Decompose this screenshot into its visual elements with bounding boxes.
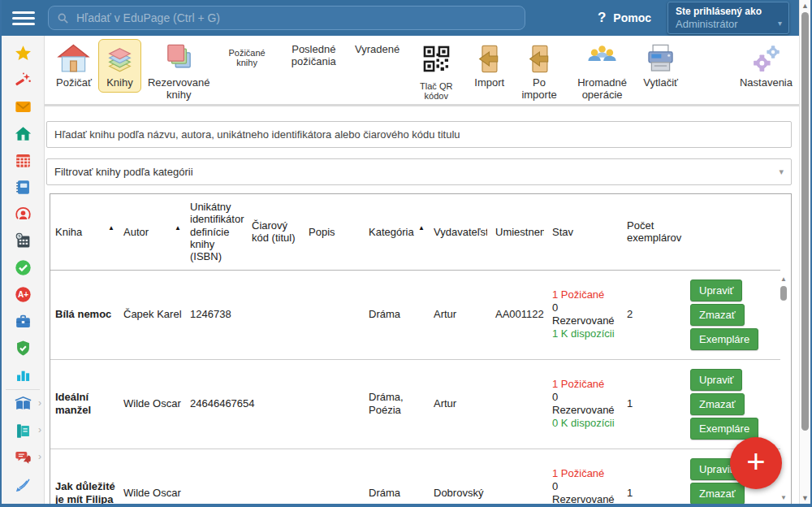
sidebar-item-magic-wand[interactable] [2, 67, 44, 93]
copies-button[interactable]: Exempláre [690, 328, 758, 350]
delete-button[interactable]: Zmazať [690, 393, 745, 415]
toolbar-item-label: Požičané knihy [222, 48, 273, 68]
sidebar-item-pen[interactable] [2, 471, 44, 498]
star-icon [15, 45, 32, 62]
sidebar-item-chart[interactable] [2, 362, 44, 388]
toolbar-item-label: Vyradené [355, 44, 400, 56]
edupage-window: Hľadať v EduPage (Ctrl + G) ? Pomoc Ste … [0, 0, 812, 507]
toolbar-item-reserved-books[interactable]: Rezervované knihy [143, 39, 215, 104]
toolbar-item-books-stack[interactable]: Knihy [98, 39, 141, 93]
page-scrollbar-thumb[interactable] [801, 12, 809, 431]
user-label: Ste prihlásený ako [676, 6, 781, 17]
grades-icon: A+ [15, 286, 32, 303]
copies-count: 2 [627, 308, 633, 320]
vydavatelstvo-value: Dobrovský [434, 487, 483, 499]
content-area: PožičaťKnihyRezervované knihyPožičané kn… [45, 36, 799, 504]
sidebar-item-briefcase[interactable] [2, 308, 44, 335]
cell-popis [304, 270, 364, 359]
toolbar-item-label: Knihy [106, 77, 133, 89]
kniha-value: Ideální manžel [55, 391, 91, 416]
toolbar-item-settings-gears[interactable]: Nastavenia [735, 39, 797, 93]
copies-button[interactable]: Exempláre [690, 418, 758, 440]
status-line: 1 K dispozícii [552, 327, 619, 340]
cell-kategoria: Dráma, Poézia [364, 359, 429, 448]
status-line: 0 Rezervované [552, 301, 619, 328]
top-bar: Hľadať v EduPage (Ctrl + G) ? Pomoc Ste … [2, 0, 810, 36]
sidebar-item-check-circle[interactable] [2, 254, 44, 281]
column-header-label: Unikátny identifikátor definície knihy (… [190, 201, 244, 262]
after-import-icon [523, 42, 556, 76]
chevron-right-icon: › [38, 451, 41, 462]
cell-ciarovy_kod [247, 359, 304, 448]
cell-popis [304, 359, 364, 448]
user-menu[interactable]: Ste prihlásený ako Administrátor ▾ [667, 2, 789, 34]
toolbar-item-import[interactable]: Import [468, 39, 511, 93]
toolbar-item-discarded-books[interactable]: Vyradené [350, 39, 404, 59]
umiestnenie-value: AA001122 [495, 308, 544, 320]
main-area: A+››› PožičaťKnihyRezervované knihyPožič… [2, 36, 799, 504]
column-header-label: Kategória [369, 226, 414, 238]
sidebar-item-chat[interactable]: › [2, 444, 44, 471]
scroll-up-icon[interactable]: ▲ [800, 2, 810, 10]
column-header-label: Čiarový kód (titul) [252, 219, 295, 244]
sidebar-item-grades[interactable]: A+ [2, 281, 44, 308]
add-book-button[interactable]: + [730, 437, 782, 489]
scroll-down-icon[interactable]: ▼ [800, 494, 810, 502]
cell-vydavatelstvo: Artur [429, 359, 490, 448]
book-search-input[interactable]: Hľadať knihu podľa názvu, autora, unikát… [46, 121, 792, 148]
column-header-0[interactable]: Kniha▲ [50, 194, 119, 270]
sidebar-item-shield[interactable] [2, 335, 44, 362]
delete-button[interactable]: Zmazať [690, 304, 745, 326]
cell-umiestnenie [490, 448, 547, 504]
pen-icon [15, 476, 32, 493]
mail-icon [15, 98, 32, 115]
scroll-down-icon[interactable]: ▼ [779, 494, 788, 501]
chevron-down-icon: ▾ [779, 167, 784, 177]
column-header-label: Popis [309, 226, 335, 238]
toolbar-item-bulk-operations[interactable]: Hromadné operácie [568, 39, 637, 104]
sidebar-item-calendar[interactable] [2, 147, 44, 174]
sort-asc-icon[interactable]: ▲ [175, 224, 181, 232]
page-scrollbar[interactable]: ▲ ▼ [799, 0, 810, 504]
table-row: Jak důležité je mít FilipaWilde OscarDrá… [50, 448, 780, 504]
toolbar-item-recent-borrows[interactable]: Posledné požičania [279, 39, 348, 71]
bulk-operations-icon [585, 42, 619, 76]
documents-icon [15, 422, 32, 440]
table-scrollbar-thumb[interactable] [780, 286, 787, 301]
column-header-label: Kniha [55, 226, 82, 238]
help-button[interactable]: ? Pomoc [598, 10, 651, 26]
chat-icon [15, 449, 32, 466]
table-header-row: Kniha▲Autor▲Unikátny identifikátor defin… [50, 194, 780, 270]
toolbar-item-print[interactable]: Vytlačiť [638, 39, 683, 93]
sidebar-item-timetable[interactable] [2, 228, 44, 254]
toolbar-item-label: Požičať [56, 77, 92, 89]
toolbar-item-qr-code[interactable]: Tlač QR kódov [406, 39, 466, 105]
toolbar-item-after-import[interactable]: Po importe [512, 39, 566, 104]
chevron-right-icon: › [38, 397, 41, 409]
column-header-5[interactable]: Kategória▲ [364, 194, 429, 270]
toolbar-item-borrowed-books[interactable]: Požičané knihy [217, 39, 278, 72]
cell-popis [304, 448, 364, 504]
sidebar-item-notebook[interactable] [2, 174, 44, 201]
sort-asc-icon[interactable]: ▲ [418, 224, 425, 232]
toolbar-item-borrow-home[interactable]: Požičať [51, 39, 97, 93]
chevron-down-icon: ▾ [778, 19, 782, 28]
sidebar-item-person[interactable] [2, 201, 44, 228]
status-line: 1 Požičané [552, 288, 619, 301]
hamburger-menu-icon[interactable] [12, 8, 35, 28]
category-filter-select[interactable]: Filtrovať knihy podľa kategórii ▾ [46, 158, 792, 185]
edit-button[interactable]: Upraviť [690, 280, 742, 301]
sidebar-item-library[interactable]: › [2, 391, 44, 418]
delete-button[interactable]: Zmazať [690, 483, 745, 504]
sidebar-item-mail[interactable] [2, 93, 44, 120]
scroll-up-icon[interactable]: ▲ [779, 275, 788, 283]
sort-asc-icon[interactable]: ▲ [108, 224, 114, 232]
sidebar-item-documents[interactable]: › [2, 418, 44, 444]
sidebar-item-star[interactable] [2, 40, 44, 67]
edit-button[interactable]: Upraviť [690, 369, 742, 391]
column-header-1[interactable]: Autor▲ [119, 194, 185, 270]
global-search-input[interactable]: Hľadať v EduPage (Ctrl + G) [48, 6, 525, 30]
cell-pocet: 2 [622, 270, 685, 359]
sidebar-item-home[interactable] [2, 120, 44, 147]
column-header-9: Počet exemplárov [622, 194, 685, 270]
